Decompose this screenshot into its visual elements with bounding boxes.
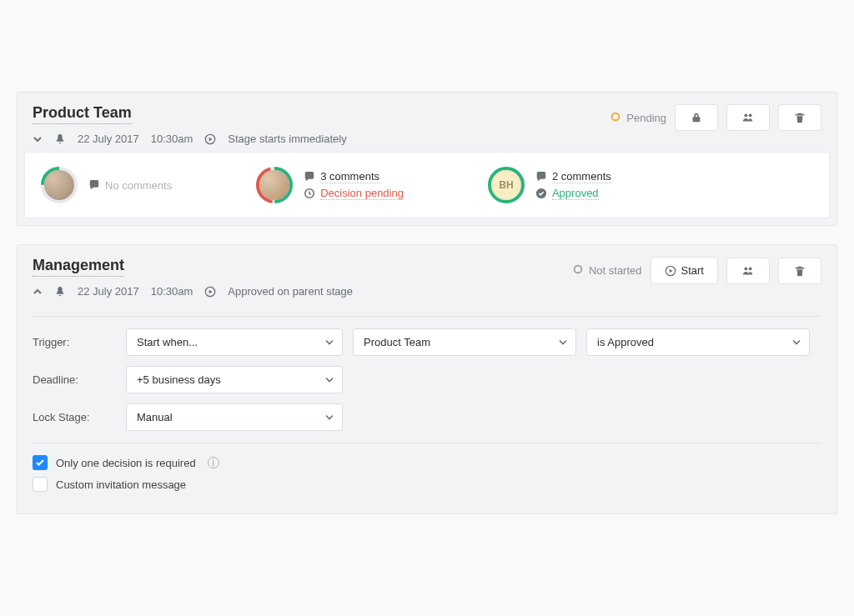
stage-start-hint: Stage starts immediately xyxy=(228,133,346,145)
comments-line[interactable]: No comments xyxy=(88,179,172,192)
stage-header: Product Team 22 July 2017 10:30am xyxy=(18,93,836,152)
chevron-down-icon[interactable] xyxy=(33,134,43,144)
svg-point-2 xyxy=(612,113,620,120)
stage-title[interactable]: Product Team xyxy=(33,104,132,124)
comments-line[interactable]: 2 comments xyxy=(535,170,611,183)
caret-down-icon xyxy=(559,336,567,348)
deadline-label: Deadline: xyxy=(33,373,116,386)
avatar-initials: BH xyxy=(491,170,521,200)
reviewer: No comments xyxy=(40,166,172,204)
users-icon xyxy=(742,112,754,123)
status-notstarted-icon xyxy=(572,263,584,278)
stage-date: 22 July 2017 xyxy=(78,285,139,298)
start-button[interactable]: Start xyxy=(651,257,718,284)
stage-card: Management 22 July 2017 10:30am xyxy=(17,244,837,514)
stage-header: Management 22 July 2017 10:30am xyxy=(18,245,836,304)
trigger-select-condition[interactable]: is Approved xyxy=(586,328,810,356)
reviewer-info: 3 comments Decision pending xyxy=(304,170,404,200)
lock-stage-row: Lock Stage: Manual xyxy=(33,403,821,431)
users-button[interactable] xyxy=(726,104,770,131)
reviewer-info: 2 comments Approved xyxy=(535,170,611,200)
users-button[interactable] xyxy=(726,258,770,284)
comments-text: 3 comments xyxy=(320,170,379,183)
play-circle-icon xyxy=(204,286,216,298)
select-value: Start when... xyxy=(137,336,198,348)
divider xyxy=(33,443,821,443)
avatar-image xyxy=(44,170,74,200)
caret-down-icon xyxy=(325,373,334,386)
decision-line[interactable]: Decision pending xyxy=(304,187,404,200)
checkbox-label: Only one decision is required xyxy=(56,457,196,469)
trigger-select-stage[interactable]: Product Team xyxy=(353,328,576,356)
deadline-select[interactable]: +5 business days xyxy=(126,366,343,393)
chevron-up-icon[interactable] xyxy=(33,287,43,297)
trigger-select-when[interactable]: Start when... xyxy=(126,328,343,356)
checkbox-one-decision[interactable]: Only one decision is required i xyxy=(33,455,821,470)
users-icon xyxy=(742,265,754,277)
lock-stage-label: Lock Stage: xyxy=(33,411,116,423)
avatar[interactable] xyxy=(255,166,294,204)
clock-icon xyxy=(304,188,315,199)
trigger-row: Trigger: Start when... Product Team is A… xyxy=(33,328,821,356)
reviewers-row: No comments xyxy=(24,152,830,218)
stage-title-block: Product Team 22 July 2017 10:30am xyxy=(33,104,347,145)
checkbox-checked-icon[interactable] xyxy=(33,455,48,470)
lock-button[interactable] xyxy=(675,104,718,131)
svg-marker-1 xyxy=(209,137,213,140)
avatar[interactable]: BH xyxy=(487,166,525,204)
select-value: Manual xyxy=(137,411,173,423)
info-icon[interactable]: i xyxy=(208,457,219,468)
svg-point-4 xyxy=(749,113,752,117)
divider xyxy=(33,316,821,317)
play-circle-icon xyxy=(665,265,676,277)
avatar[interactable] xyxy=(40,166,78,204)
bell-icon[interactable] xyxy=(54,133,66,145)
comments-line[interactable]: 3 comments xyxy=(304,170,404,183)
stage-body: Trigger: Start when... Product Team is A… xyxy=(18,316,836,513)
caret-down-icon xyxy=(325,336,334,348)
svg-point-3 xyxy=(744,113,747,117)
lock-icon xyxy=(691,112,702,123)
status-badge: Pending xyxy=(610,111,666,125)
comments-text: 2 comments xyxy=(552,170,611,183)
caret-down-icon xyxy=(325,411,334,423)
stage-start-hint: Approved on parent stage xyxy=(228,285,353,298)
checkbox-label: Custom invitation message xyxy=(56,478,186,491)
bell-icon[interactable] xyxy=(54,286,66,298)
stage-time: 10:30am xyxy=(151,133,193,145)
reviewer: BH 2 comments Approved xyxy=(487,166,611,204)
trash-icon xyxy=(794,112,806,123)
decision-text: Approved xyxy=(552,187,599,200)
status-label: Not started xyxy=(589,264,642,277)
stage-meta: 22 July 2017 10:30am Approved on parent … xyxy=(33,285,353,298)
stage-title-block: Management 22 July 2017 10:30am xyxy=(33,257,353,298)
svg-marker-14 xyxy=(209,289,213,293)
stage-title[interactable]: Management xyxy=(33,257,124,277)
comment-icon xyxy=(535,171,547,183)
decision-text: Decision pending xyxy=(320,187,404,200)
svg-marker-17 xyxy=(669,268,672,272)
select-value: +5 business days xyxy=(137,373,221,386)
delete-button[interactable] xyxy=(778,258,821,284)
stage-actions: Not started Start xyxy=(572,257,821,284)
reviewer-info: No comments xyxy=(88,179,172,192)
svg-point-18 xyxy=(744,267,747,270)
trash-icon xyxy=(794,265,806,277)
delete-button[interactable] xyxy=(778,104,821,131)
start-button-label: Start xyxy=(681,264,704,277)
trigger-label: Trigger: xyxy=(33,336,116,348)
page-root: Product Team 22 July 2017 10:30am xyxy=(0,0,854,514)
deadline-row: Deadline: +5 business days xyxy=(33,366,821,393)
play-circle-icon xyxy=(204,133,216,145)
svg-point-15 xyxy=(575,266,582,273)
checkbox-unchecked-icon[interactable] xyxy=(33,477,48,492)
decision-line[interactable]: Approved xyxy=(535,187,611,200)
stage-meta: 22 July 2017 10:30am Stage starts immedi… xyxy=(33,133,347,145)
status-label: Pending xyxy=(626,112,666,124)
comments-text: No comments xyxy=(105,179,172,192)
stage-date: 22 July 2017 xyxy=(78,133,139,145)
checkbox-custom-invitation[interactable]: Custom invitation message xyxy=(33,477,821,492)
lock-stage-select[interactable]: Manual xyxy=(126,403,343,431)
svg-point-19 xyxy=(749,267,752,270)
select-value: Product Team xyxy=(364,336,430,348)
